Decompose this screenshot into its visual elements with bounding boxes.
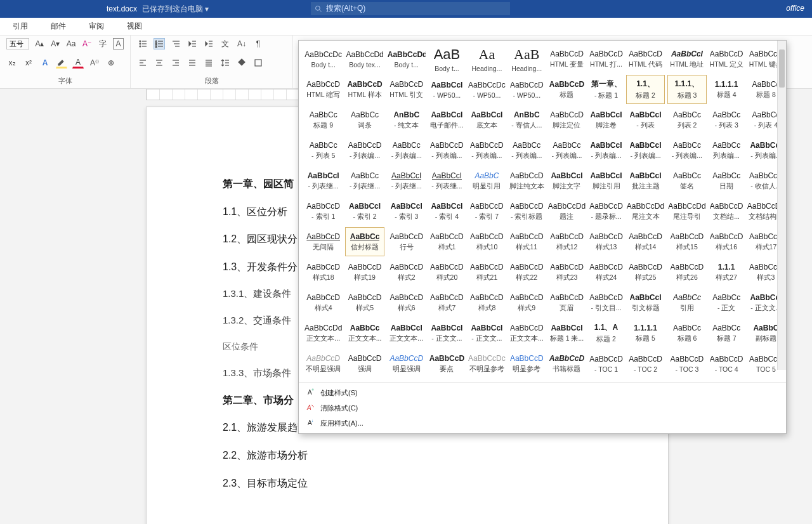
style-item[interactable]: AaBbCc- 列表编... [509, 136, 545, 165]
style-item[interactable]: AaBbCcI- 索引 2 [345, 197, 384, 226]
style-item[interactable]: AaBbCcDHTML 缩写 [304, 75, 343, 104]
enclose-char-button[interactable]: ⊕ [105, 57, 117, 69]
style-item[interactable]: AaBbCc- 列表 5 [304, 136, 343, 165]
align-justify-button[interactable] [187, 57, 198, 69]
style-item[interactable]: AaBBody t... [429, 44, 465, 74]
style-item[interactable]: AaBbCcI- 列表继... [304, 166, 343, 195]
style-item[interactable]: AaBbCcDcBody t... [304, 44, 343, 74]
decrease-indent-button[interactable] [187, 38, 198, 49]
style-item[interactable]: AaBbCcD样式24 [589, 258, 624, 287]
style-item[interactable]: AaBbCcD样式22 [509, 258, 545, 287]
bullets-button[interactable] [137, 38, 148, 49]
style-item[interactable]: AaBbCcD样式2 [387, 258, 426, 287]
style-item[interactable]: AaBbCcD不明显强调 [304, 349, 343, 378]
style-item[interactable]: AaBbCcD样式20 [429, 258, 465, 287]
style-item[interactable]: AnBbC- 纯文本 [387, 105, 426, 134]
style-item[interactable]: AaBbC明显引用 [468, 166, 506, 195]
align-right-button[interactable] [170, 57, 181, 69]
style-item[interactable]: AaBbCcD样式8 [468, 288, 506, 317]
style-item[interactable]: AaBbCcD- 索引 1 [304, 197, 343, 226]
style-item[interactable]: AaBbCcI标题 1 来... [547, 318, 586, 348]
style-item[interactable]: AaBbCcD样式25 [626, 258, 665, 287]
style-item[interactable]: AaBbCcD明显强调 [387, 349, 426, 378]
style-item[interactable]: AaBbCcD- TOC 2 [626, 349, 665, 378]
style-item[interactable]: AaBbCcI底文本 [468, 105, 506, 134]
style-item[interactable]: AaBbCcD样式16 [709, 227, 744, 256]
style-item[interactable]: AaBbCcI批注主题 [626, 166, 665, 195]
style-item[interactable]: AaBbCc标题 6 [667, 318, 706, 348]
align-left-button[interactable] [137, 57, 148, 69]
style-item[interactable]: AaBbCcD脚注定位 [547, 105, 586, 134]
style-item[interactable]: 1.1、A标题 2 [589, 318, 624, 348]
align-center-button[interactable] [154, 57, 165, 69]
style-item[interactable]: AaBbCc正文文本... [345, 318, 384, 348]
style-item[interactable]: AaBbCcD- 列表编... [429, 136, 465, 165]
style-item[interactable]: AaBbCcDHTML 引文 [387, 75, 426, 104]
style-item[interactable]: AaBbCcD页眉 [547, 288, 586, 317]
asian-layout-button[interactable]: 文 [219, 38, 231, 49]
style-item[interactable]: AaBbCcD样式13 [589, 227, 624, 256]
style-item[interactable]: AaBbCcD文档结... [709, 197, 744, 226]
show-marks-button[interactable]: ¶ [252, 38, 264, 49]
increase-indent-button[interactable] [203, 38, 214, 49]
style-item[interactable]: AaBbCcI- 索引 3 [387, 197, 426, 226]
sort-button[interactable]: A↓ [236, 38, 247, 49]
font-size-selector[interactable]: 五号 [6, 38, 29, 49]
style-item[interactable]: AaBbCcD样式1 [429, 227, 465, 256]
style-item[interactable]: AaHeading... [468, 44, 506, 74]
style-item[interactable]: AaBbCcDdBody t... [387, 44, 426, 74]
style-item[interactable]: AaBbCc列表编... [709, 136, 744, 165]
clear-format-button[interactable]: A⁻ [82, 38, 93, 49]
style-item[interactable]: AaBbCcD要点 [429, 349, 465, 378]
style-item[interactable]: AaBbCc信封标题 [345, 227, 384, 256]
style-item[interactable]: AaBbCcD样式11 [509, 227, 545, 256]
style-item[interactable]: AaBbCcI- WP50... [429, 75, 465, 104]
style-item[interactable]: AaBbCcD样式15 [667, 227, 706, 256]
style-item[interactable]: AaBbCcDdBody tex... [345, 44, 384, 74]
style-item[interactable]: AaBbCcD- WP50... [509, 75, 545, 104]
style-item[interactable]: AaBbCcD- 列表编... [468, 136, 506, 165]
style-item[interactable]: AaBbCcD明显参考 [509, 349, 545, 378]
style-item[interactable]: AaBbCc签名 [667, 166, 706, 195]
style-item[interactable]: AaBbCcI脚注卷 [589, 105, 624, 134]
style-item[interactable]: AaBbCcD正文文本... [509, 318, 545, 348]
save-status[interactable]: 已保存到这台电脑 ▾ [142, 4, 209, 15]
font-color-button[interactable]: A [72, 57, 84, 69]
style-item[interactable]: AaBbCcI- 列表继... [387, 166, 426, 195]
style-item[interactable]: AaBbCcI- 正文文... [468, 318, 506, 348]
document-line[interactable]: 2.3、目标市场定位 [223, 475, 592, 492]
line-spacing-button[interactable] [219, 57, 231, 69]
style-item[interactable]: AaBbCc日期 [709, 166, 744, 195]
style-item[interactable]: AnBbC- 寄信人... [509, 105, 545, 134]
style-item[interactable]: AaBbCcI- 列表编... [626, 136, 665, 165]
style-item[interactable]: AaBbCcI引文标题 [626, 288, 665, 317]
superscript-button[interactable]: x² [23, 57, 34, 69]
tab-mailings[interactable]: 邮件 [39, 18, 77, 35]
style-item[interactable]: AaBbCcD- 索引标题 [509, 197, 545, 226]
gallery-menu-create[interactable]: A+创建样式(S) [299, 385, 786, 400]
search-box[interactable]: 搜索(Alt+Q) [311, 2, 510, 15]
multilevel-list-button[interactable] [170, 38, 181, 49]
style-item[interactable]: 1.1、标题 2 [626, 75, 665, 104]
style-item[interactable]: AaBbCcDd尾注导引 [667, 197, 706, 226]
highlight-button[interactable] [56, 57, 67, 69]
style-item[interactable]: AaBbCcD无间隔 [304, 227, 343, 256]
style-item[interactable]: AaBbCcD样式5 [345, 288, 384, 317]
char-border-button[interactable]: A [113, 38, 124, 49]
style-item[interactable]: AaBbCcD行号 [387, 227, 426, 256]
style-item[interactable]: AaBbCcD样式9 [509, 288, 545, 317]
char-shading-button[interactable]: A⁽⁾ [89, 57, 100, 69]
style-item[interactable]: AaBbCcD- TOC 4 [709, 349, 744, 378]
style-item[interactable]: 1.1.1样式27 [709, 258, 744, 287]
style-item[interactable]: AaBbCc标题 9 [304, 105, 343, 134]
style-item[interactable]: AaBbCc- 列表编... [387, 136, 426, 165]
style-item[interactable]: AaBbCc- 列表编... [667, 136, 706, 165]
style-item[interactable]: AaBbCc- 列表 3 [709, 105, 744, 134]
style-item[interactable]: 1.1.1.1标题 5 [626, 318, 665, 348]
style-item[interactable]: AaBbCclHTML 地址 [667, 44, 706, 74]
style-item[interactable]: AaBbCcD脚注纯文本 [509, 166, 545, 195]
style-item[interactable]: AaBbCc词条 [345, 105, 384, 134]
tab-review[interactable]: 审阅 [77, 18, 115, 35]
style-item[interactable]: AaBbCcDc不明显参考 [468, 349, 506, 378]
style-item[interactable]: AaBbCcD- TOC 3 [667, 349, 706, 378]
